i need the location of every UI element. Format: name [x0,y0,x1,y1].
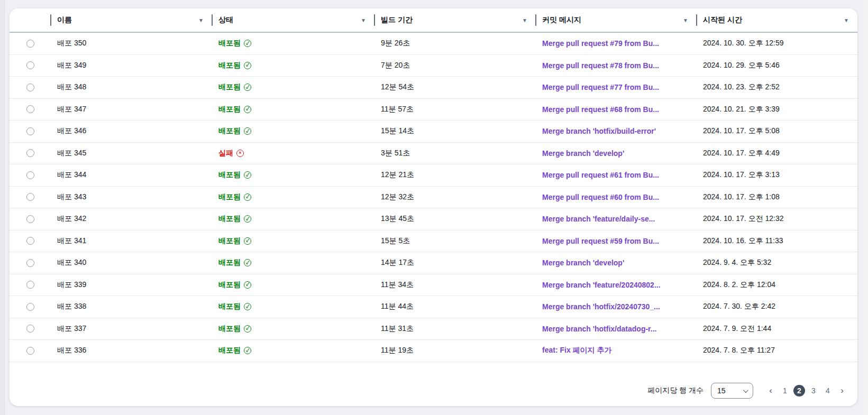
row-radio-button[interactable] [26,281,34,289]
column-resize-divider[interactable] [50,14,51,26]
row-radio-button[interactable] [26,105,34,113]
commit-message-link[interactable]: Merge pull request #78 from Bu... [542,61,659,70]
row-radio-button[interactable] [26,149,34,157]
deployment-name: 배포 347 [51,105,212,114]
current-page-button[interactable]: 2 [793,385,805,396]
start-time: 2024. 10. 17. 오후 4:49 [697,149,857,158]
start-time: 2024. 10. 17. 오후 5:08 [697,126,857,136]
success-icon: ✓ [244,40,251,47]
row-radio-button[interactable] [26,259,34,267]
status-label: 배포됨 [218,170,241,180]
commit-message-link[interactable]: Merge branch 'develop' [542,149,624,158]
row-radio-button[interactable] [26,127,34,135]
build-duration: 11분 19초 [374,346,536,355]
column-resize-divider[interactable] [212,14,213,26]
sort-dropdown-icon[interactable]: ▼ [679,17,688,23]
sort-dropdown-icon[interactable]: ▼ [839,17,849,23]
row-radio-button[interactable] [26,237,34,245]
commit-message-link[interactable]: feat: Fix 페이지 추가 [542,346,611,354]
sort-dropdown-icon[interactable]: ▼ [518,17,527,23]
rows-per-page-value: 15 [717,386,726,395]
column-resize-divider[interactable] [696,14,697,26]
previous-page-button[interactable]: ‹ [765,385,776,396]
column-resize-divider[interactable] [374,14,375,26]
deployment-name: 배포 348 [51,82,212,92]
build-duration: 14분 17초 [374,258,536,268]
start-time: 2024. 10. 17. 오전 12:32 [697,214,857,224]
column-header-build-duration[interactable]: 빌드 기간 ▼ [374,8,536,32]
row-radio-button[interactable] [26,171,34,179]
commit-message-link[interactable]: Merge pull request #77 from Bu... [542,83,659,91]
status-label: 배포됨 [218,302,241,311]
column-header-name[interactable]: 이름 ▼ [51,8,212,32]
commit-message-link[interactable]: Merge branch 'hotfix/build-error' [542,127,656,135]
row-radio-button[interactable] [26,303,34,311]
commit-message-link[interactable]: Merge pull request #68 from Bu... [542,105,659,114]
row-radio-button[interactable] [26,40,34,48]
next-page-button[interactable]: › [836,385,848,396]
success-icon: ✓ [244,127,251,135]
row-radio-button[interactable] [26,347,34,355]
sort-dropdown-icon[interactable]: ▼ [357,17,366,23]
row-radio-button[interactable] [26,61,34,69]
commit-message-link[interactable]: Merge pull request #60 from Bu... [542,193,659,201]
select-all-column-header [10,8,51,32]
row-radio-button[interactable] [26,215,34,223]
status-badge: 실패 × [218,149,244,158]
commit-message-link[interactable]: Merge branch 'feature/20240802... [542,281,661,289]
page-number-button[interactable]: 1 [779,385,791,396]
commit-message-link[interactable]: Merge branch 'hotfix/20240730_... [542,302,660,311]
status-badge: 배포됨 ✓ [218,346,251,355]
table-row: 배포 339 배포됨 ✓ 11분 34초 Merge branch 'featu… [10,274,857,297]
status-label: 배포됨 [218,61,241,70]
status-label: 배포됨 [218,105,241,114]
start-time: 2024. 10. 21. 오후 3:39 [697,105,857,114]
deployments-table-card: 이름 ▼ 상태 ▼ 빌드 기간 ▼ 커밋 메시지 ▼ 시작된 시간 ▼ 배포 3… [10,8,857,406]
deployment-name: 배포 345 [51,149,212,158]
page-number-button[interactable]: 4 [822,385,834,396]
build-duration: 15분 5초 [374,236,536,246]
table-footer: 페이지당 행 개수 15 ‹ 1234› [10,362,857,407]
column-resize-divider[interactable] [535,14,536,26]
start-time: 2024. 10. 29. 오후 5:46 [697,61,857,70]
start-time: 2024. 8. 2. 오후 12:04 [697,280,857,290]
status-label: 배포됨 [218,39,241,48]
table-row: 배포 343 배포됨 ✓ 12분 32초 Merge pull request … [10,187,857,209]
status-badge: 배포됨 ✓ [218,126,251,136]
commit-message-link[interactable]: Merge pull request #61 from Bu... [542,171,659,179]
deployment-name: 배포 337 [51,324,212,334]
column-header-label: 시작된 시간 [703,15,742,25]
row-radio-button[interactable] [26,193,34,201]
success-icon: ✓ [244,237,251,245]
chevron-down-icon [743,388,748,393]
build-duration: 3분 51초 [374,149,536,158]
status-label: 배포됨 [218,258,241,268]
column-header-status[interactable]: 상태 ▼ [212,8,374,32]
table-header-row: 이름 ▼ 상태 ▼ 빌드 기간 ▼ 커밋 메시지 ▼ 시작된 시간 ▼ [10,8,857,33]
table-body: 배포 350 배포됨 ✓ 9분 26초 Merge pull request #… [10,33,857,362]
row-radio-button[interactable] [26,325,34,333]
row-radio-button[interactable] [26,84,34,91]
status-badge: 배포됨 ✓ [218,82,251,92]
status-badge: 배포됨 ✓ [218,280,251,290]
commit-message-link[interactable]: Merge pull request #79 from Bu... [542,39,659,48]
commit-message-link[interactable]: Merge branch 'develop' [542,259,624,267]
page-number-button[interactable]: 3 [808,385,819,396]
build-duration: 11분 31초 [374,324,536,334]
commit-message-link[interactable]: Merge pull request #59 from Bu... [542,237,659,245]
column-header-label: 빌드 기간 [381,15,413,25]
commit-message-link[interactable]: Merge branch 'feature/daily-se... [542,215,655,223]
commit-message-link[interactable]: Merge branch 'hotfix/datadog-r... [542,325,656,333]
start-time: 2024. 10. 16. 오후 11:33 [697,236,857,246]
sort-dropdown-icon[interactable]: ▼ [194,17,204,23]
column-header-commit-message[interactable]: 커밋 메시지 ▼ [536,8,697,32]
deployment-name: 배포 336 [51,346,212,355]
status-label: 배포됨 [218,236,241,246]
status-label: 배포됨 [218,214,241,224]
table-row: 배포 338 배포됨 ✓ 11분 44초 Merge branch 'hotfi… [10,296,857,318]
deployment-name: 배포 344 [51,170,212,180]
column-header-start-time[interactable]: 시작된 시간 ▼ [697,8,857,32]
status-badge: 배포됨 ✓ [218,192,251,202]
rows-per-page-select[interactable]: 15 [711,383,753,399]
deployment-name: 배포 341 [51,236,212,246]
